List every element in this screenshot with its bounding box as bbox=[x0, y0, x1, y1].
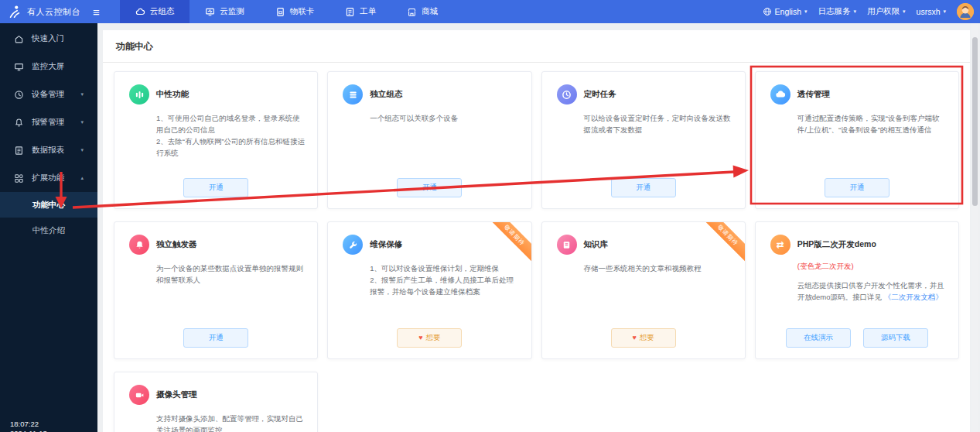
user-rights-menu[interactable]: 用户权限 ▾ bbox=[867, 6, 906, 17]
source-download-button[interactable]: 源码下载 bbox=[863, 328, 928, 348]
card-camera-management: 摄像头管理 支持对摄像头添加、配置等管理，实现对自己关注场景的画面监控 bbox=[114, 372, 318, 432]
wrench-icon bbox=[343, 235, 363, 255]
username-label: usrsxh bbox=[917, 7, 941, 16]
clock-time: 18:07:22 bbox=[10, 420, 39, 428]
chevron-down-icon: ▾ bbox=[943, 9, 946, 15]
code-icon: ⇄ bbox=[770, 235, 790, 255]
card-title: PHP版二次开发demo bbox=[797, 239, 876, 250]
sidebar-item-label: 监控大屏 bbox=[32, 61, 64, 72]
card-red-note: (变色龙二次开发) bbox=[797, 262, 948, 272]
sidebar-item-label: 数据报表 bbox=[32, 145, 64, 156]
sidebar-item-data-report[interactable]: 数据报表 ▾ bbox=[0, 136, 97, 164]
hamburger-menu-icon[interactable]: ≡ bbox=[93, 6, 100, 18]
page-title: 功能中心 bbox=[103, 30, 970, 63]
chevron-down-icon: ▾ bbox=[80, 91, 84, 98]
tab-cloud-monitor[interactable]: 云监测 bbox=[190, 0, 260, 23]
sidebar-item-extensions[interactable]: 扩展功能 ▴ bbox=[0, 164, 97, 192]
card-description: 可通过配置透传策略，实现“设备到客户端软件/上位机”、“设备到设备”的相互透传通… bbox=[797, 112, 948, 135]
card-title: 知识库 bbox=[584, 239, 609, 250]
tab-cloud-scada[interactable]: 云组态 bbox=[120, 0, 190, 23]
tab-mall[interactable]: 商城 bbox=[391, 0, 453, 23]
card-scheduled-task: 定时任务 可以给设备设置定时任务，定时向设备发送数据流或者下发数据 开通 bbox=[541, 71, 746, 209]
tab-iot-card[interactable]: 物联卡 bbox=[260, 0, 330, 23]
user-menu[interactable]: usrsxh ▾ bbox=[917, 7, 946, 16]
sidebar-item-label: 扩展功能 bbox=[32, 173, 64, 183]
logo: 有人云控制台 ≡ bbox=[0, 5, 100, 19]
card-description: 可以给设备设置定时任务，定时向设备发送数据流或者下发数据 bbox=[584, 112, 734, 135]
card-neutral-function: 中性功能 1、可使用公司自己的域名登录，登录系统使用自己的公司信息 2、去除“有… bbox=[114, 71, 318, 209]
activate-button[interactable]: 开通 bbox=[397, 178, 462, 197]
activate-button[interactable]: 开通 bbox=[825, 178, 890, 197]
report-icon bbox=[14, 146, 24, 156]
card-title: 透传管理 bbox=[797, 89, 830, 100]
scrollbar-thumb[interactable] bbox=[972, 37, 978, 206]
book-icon bbox=[557, 235, 577, 255]
card-standalone-scada: 独立组态 一个组态可以关联多个设备 开通 bbox=[327, 71, 531, 209]
sidebar-subitem-neutral-intro[interactable]: 中性介绍 bbox=[0, 218, 97, 243]
cloud-icon bbox=[770, 84, 790, 105]
card-title: 摄像头管理 bbox=[156, 389, 197, 400]
sidebar: 快速入门 监控大屏 设备管理 ▾ 报警管理 ▾ 数据报表 bbox=[0, 23, 97, 432]
card-title: 独立组态 bbox=[370, 89, 402, 100]
language-label: English bbox=[775, 7, 801, 16]
activate-button[interactable]: 开通 bbox=[183, 328, 248, 348]
want-button[interactable]: ♥想要 bbox=[611, 328, 676, 348]
user-rights-label: 用户权限 bbox=[867, 6, 900, 17]
card-description: 为一个设备的某些数据点设置单独的报警规则和报警联系人 bbox=[156, 262, 306, 286]
card-description: 1、可使用公司自己的域名登录，登录系统使用自己的公司信息 2、去除“有人物联网”… bbox=[156, 112, 306, 159]
clock-date: 2024-11-13 bbox=[10, 429, 47, 432]
top-nav: 云组态 云监测 物联卡 工单 商城 bbox=[120, 0, 454, 23]
header-right: English ▾ 日志服务 ▾ 用户权限 ▾ usrsxh ▾ bbox=[763, 3, 980, 20]
sidebar-item-quick-start[interactable]: 快速入门 bbox=[0, 25, 97, 53]
feature-card-grid: 中性功能 1、可使用公司自己的域名登录，登录系统使用自己的公司信息 2、去除“有… bbox=[103, 63, 970, 432]
content-panel: 功能中心 中性功能 1、可使用公司自己的域名登录，登录系统使用自己的公司信息 2… bbox=[103, 30, 970, 432]
tab-label: 工单 bbox=[360, 6, 376, 17]
card-passthrough-management: 透传管理 可通过配置透传策略，实现“设备到客户端软件/上位机”、“设备到设备”的… bbox=[755, 71, 959, 209]
sidebar-item-label: 设备管理 bbox=[32, 89, 64, 100]
chevron-down-icon: ▾ bbox=[80, 147, 84, 153]
heart-icon: ♥ bbox=[418, 334, 422, 341]
card-description: 云组态提供接口供客户开发个性化需求，并且开放demo源码。接口详见 《二次开发文… bbox=[797, 279, 948, 303]
tab-label: 商城 bbox=[422, 6, 438, 17]
card-title: 中性功能 bbox=[156, 89, 189, 100]
monitor-icon bbox=[205, 7, 215, 17]
sidebar-item-alarm-management[interactable]: 报警管理 ▾ bbox=[0, 108, 97, 136]
sidebar-item-label: 报警管理 bbox=[32, 117, 64, 128]
sidebar-subitem-feature-center[interactable]: 功能中心 bbox=[0, 192, 97, 218]
online-demo-button[interactable]: 在线演示 bbox=[786, 328, 851, 348]
language-selector[interactable]: English ▾ bbox=[763, 7, 808, 16]
card-knowledge-base: 敬请期待 知识库 存储一些系统相关的文章和视频教程 ♥想要 bbox=[541, 221, 746, 359]
bell-icon bbox=[14, 118, 24, 128]
heart-icon: ♥ bbox=[632, 334, 636, 341]
card-title: 定时任务 bbox=[584, 89, 616, 100]
sidebar-item-monitor-screen[interactable]: 监控大屏 bbox=[0, 53, 97, 81]
card-description: 存储一些系统相关的文章和视频教程 bbox=[584, 262, 734, 274]
avatar[interactable] bbox=[957, 3, 974, 20]
chevron-down-icon: ▾ bbox=[80, 119, 84, 125]
card-title: 独立触发器 bbox=[156, 239, 197, 250]
activate-button[interactable]: 开通 bbox=[611, 178, 676, 197]
log-service-label: 日志服务 bbox=[818, 6, 851, 17]
cloud-icon bbox=[135, 7, 145, 17]
dev-doc-link[interactable]: 《二次开发文档》 bbox=[884, 293, 943, 301]
log-service-menu[interactable]: 日志服务 ▾ bbox=[818, 6, 857, 17]
bell-icon bbox=[129, 235, 149, 255]
globe-icon bbox=[763, 7, 772, 16]
store-icon bbox=[407, 7, 417, 17]
card-maintenance-repair: 敬请期待 维保保修 1、可以对设备设置维保计划，定期维保 2、报警后产生工单，维… bbox=[327, 221, 531, 359]
work-order-icon bbox=[345, 7, 355, 17]
top-header: 有人云控制台 ≡ 云组态 云监测 物联卡 工单 bbox=[0, 0, 980, 23]
camera-icon bbox=[129, 385, 149, 405]
tab-work-order[interactable]: 工单 bbox=[330, 0, 391, 23]
card-title: 维保保修 bbox=[370, 239, 402, 250]
sidebar-item-label: 快速入门 bbox=[32, 33, 64, 44]
card-description: 一个组态可以关联多个设备 bbox=[370, 112, 520, 124]
clock-icon bbox=[557, 84, 577, 105]
equalizer-icon bbox=[129, 84, 149, 105]
extensions-grid-icon bbox=[14, 173, 24, 183]
activate-button[interactable]: 开通 bbox=[183, 178, 248, 197]
want-button[interactable]: ♥想要 bbox=[397, 328, 462, 348]
card-standalone-trigger: 独立触发器 为一个设备的某些数据点设置单独的报警规则和报警联系人 开通 bbox=[114, 221, 318, 359]
usr-logo-icon bbox=[8, 5, 22, 19]
sidebar-item-device-management[interactable]: 设备管理 ▾ bbox=[0, 81, 97, 108]
